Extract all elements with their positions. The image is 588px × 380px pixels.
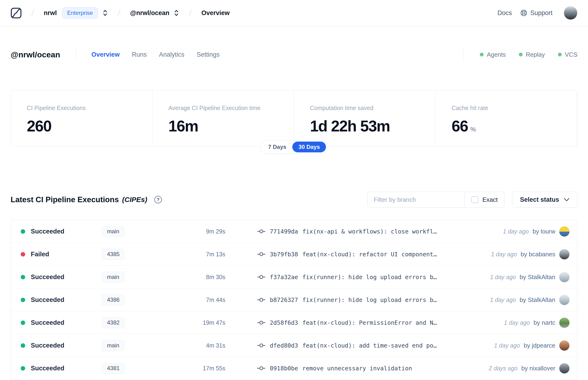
status-label: Failed xyxy=(31,251,49,258)
service-label: Agents xyxy=(487,51,506,58)
commit-icon xyxy=(257,252,266,257)
stat-value: 1d 22h 53m xyxy=(310,117,435,135)
status-label: Succeeded xyxy=(31,342,64,349)
branch-badge: 4386 xyxy=(102,294,125,305)
commit-message: fix(runner): hide log upload errors b… xyxy=(302,274,437,281)
commit-hash: 0918b0be xyxy=(270,365,298,372)
table-row[interactable]: Succeeded 4386 7m 44s b8726327 fix(runne… xyxy=(11,288,577,311)
service-vcs[interactable]: VCS xyxy=(558,51,577,58)
author: by lourw xyxy=(532,228,555,235)
user-avatar[interactable] xyxy=(564,6,577,20)
range-30-days[interactable]: 30 Days xyxy=(292,142,326,152)
time-ago: 1 day ago xyxy=(504,319,530,326)
table-row[interactable]: Succeeded 4381 17m 55s 0918b0be remove u… xyxy=(11,357,577,380)
section-title-suffix: (CIPEs) xyxy=(122,196,147,204)
nx-cloud-logo-icon[interactable] xyxy=(11,7,22,19)
avatar xyxy=(559,318,570,328)
status-label: Succeeded xyxy=(31,296,64,304)
tab-analytics[interactable]: Analytics xyxy=(159,51,184,58)
breadcrumb-org[interactable]: nrwl xyxy=(44,9,57,17)
workspace-switcher-chevrons-icon[interactable] xyxy=(173,9,179,17)
status-dot xyxy=(21,229,25,234)
stat-value: 260 xyxy=(27,117,152,135)
table-row[interactable]: Succeeded main 9m 29s 771499da fix(nx-ap… xyxy=(11,220,577,243)
exact-checkbox[interactable] xyxy=(471,196,478,203)
duration: 7m 13s xyxy=(161,251,225,258)
avatar xyxy=(559,363,570,374)
breadcrumb-workspace[interactable]: @nrwl/ocean xyxy=(130,9,169,17)
branch-filter-group: Exact xyxy=(367,192,505,208)
cipe-table: Succeeded main 9m 29s 771499da fix(nx-ap… xyxy=(11,220,577,380)
status-dot xyxy=(21,343,25,348)
status-dot-green xyxy=(558,53,562,57)
author: by nartc xyxy=(534,319,555,326)
workspace-header: @nrwl/ocean Overview Runs Analytics Sett… xyxy=(11,49,577,60)
stat-computation-time-saved: Computation time saved 1d 22h 53m xyxy=(294,91,436,147)
chevron-down-icon xyxy=(564,198,569,201)
commit-message: fix(runner): hide log upload errors b… xyxy=(302,297,437,303)
commit-message: feat(nx-cloud): refactor UI component… xyxy=(302,251,437,258)
service-label: VCS xyxy=(565,51,577,58)
section-title: Latest CI Pipeline Executions xyxy=(11,195,119,204)
service-agents[interactable]: Agents xyxy=(480,51,506,58)
avatar xyxy=(559,340,570,351)
top-nav: nrwl Enterprise @nrwl/ocean Overview Doc… xyxy=(0,0,588,26)
tab-settings[interactable]: Settings xyxy=(197,51,220,58)
range-7-days[interactable]: 7 Days xyxy=(262,142,292,152)
service-replay[interactable]: Replay xyxy=(519,51,545,58)
avatar xyxy=(559,249,570,260)
branch-badge: main xyxy=(102,226,124,237)
time-ago: 1 day ago xyxy=(490,274,516,281)
status-dot xyxy=(21,275,25,279)
commit-icon xyxy=(257,320,266,325)
docs-link[interactable]: Docs xyxy=(497,9,512,17)
commit-message: feat(nx-cloud): add time-saved end po… xyxy=(302,342,437,349)
exact-toggle[interactable]: Exact xyxy=(465,192,504,208)
duration: 4m 31s xyxy=(161,342,225,349)
stat-ci-pipeline-executions: CI Pipeline Executions 260 xyxy=(11,91,152,147)
status-dot xyxy=(21,321,25,325)
commit-icon xyxy=(257,229,266,234)
stat-unit: % xyxy=(470,126,476,133)
stat-value: 16m xyxy=(168,117,294,135)
breadcrumb-slash xyxy=(31,9,34,17)
commit-icon xyxy=(257,366,266,371)
status-dot-green xyxy=(480,53,484,57)
stat-label: Average CI Pipeline Execution time xyxy=(168,105,294,112)
service-label: Replay xyxy=(526,51,545,58)
table-row[interactable]: Succeeded 4382 19m 47s 2d58f6d3 feat(nx-… xyxy=(11,311,577,334)
breadcrumb-page: Overview xyxy=(201,9,229,17)
date-range-toggle: 7 Days 30 Days xyxy=(260,140,328,154)
cipe-section-header: Latest CI Pipeline Executions (CIPEs) ? … xyxy=(11,192,577,208)
stat-label: Computation time saved xyxy=(310,105,435,112)
duration: 9m 29s xyxy=(161,228,225,235)
table-row[interactable]: Succeeded main 4m 31s dfed80d3 feat(nx-c… xyxy=(11,334,577,357)
table-row[interactable]: Succeeded main 8m 30s f37a32ae fix(runne… xyxy=(11,266,577,288)
org-switcher-chevrons-icon[interactable] xyxy=(102,9,108,17)
help-icon[interactable]: ? xyxy=(154,196,162,203)
commit-icon xyxy=(257,298,266,302)
stat-label: Cache hit rate xyxy=(452,105,577,112)
table-row[interactable]: Failed 4385 7m 13s 3b79fb38 feat(nx-clou… xyxy=(11,243,577,266)
status-label: Succeeded xyxy=(31,228,64,235)
support-label: Support xyxy=(530,9,552,17)
support-link[interactable]: Support xyxy=(520,9,552,17)
life-buoy-icon xyxy=(520,9,527,17)
enterprise-badge[interactable]: Enterprise xyxy=(62,7,98,19)
branch-filter-input[interactable] xyxy=(368,192,465,208)
breadcrumb-slash xyxy=(118,9,120,17)
workspace-tabs: Overview Runs Analytics Settings xyxy=(92,51,220,58)
tab-runs[interactable]: Runs xyxy=(132,51,147,58)
select-status-dropdown[interactable]: Select status xyxy=(512,192,577,208)
status-dot xyxy=(21,298,25,302)
cipe-filter-controls: Exact Select status xyxy=(367,192,577,208)
commit-hash: f37a32ae xyxy=(270,274,298,281)
service-status-group: Agents Replay VCS xyxy=(463,48,577,61)
tab-overview[interactable]: Overview xyxy=(92,51,120,58)
commit-hash: dfed80d3 xyxy=(270,342,298,349)
time-ago: 1 day ago xyxy=(503,228,529,235)
avatar xyxy=(559,226,570,237)
stat-average-execution-time: Average CI Pipeline Execution time 16m xyxy=(152,91,294,147)
commit-hash: 3b79fb38 xyxy=(270,251,298,258)
exact-label: Exact xyxy=(482,196,498,203)
